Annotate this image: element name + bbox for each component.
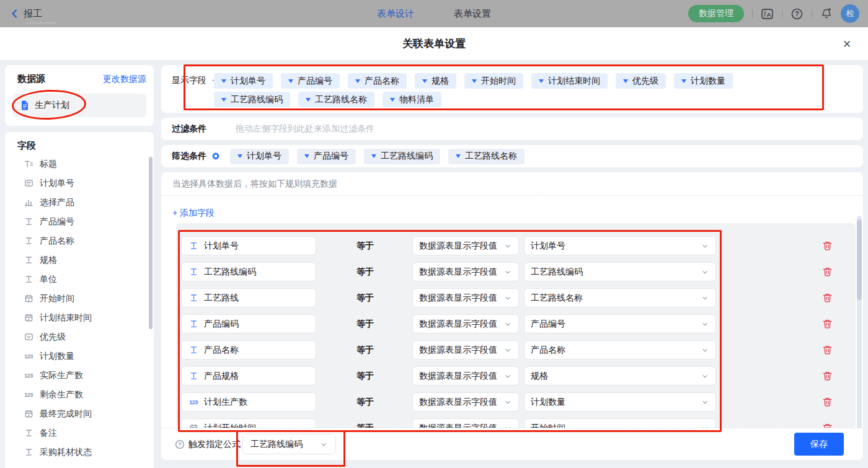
field-list-item[interactable]: 标题: [5, 154, 148, 174]
field-list-item[interactable]: 计划结束时间: [5, 308, 148, 327]
field-tag[interactable]: 计划单号: [230, 149, 289, 164]
tag-label: 物料清单: [399, 94, 434, 105]
field-tag[interactable]: 工艺路线编码: [214, 92, 290, 107]
divider: [161, 195, 863, 196]
field-tag[interactable]: 产品编号: [281, 73, 340, 89]
rule-source-field-dropdown[interactable]: 产品名称: [524, 340, 716, 360]
field-tag[interactable]: 工艺路线编码: [364, 149, 440, 164]
rule-target-field[interactable]: 123计划生产数: [181, 392, 316, 412]
gear-icon[interactable]: [211, 151, 221, 161]
rule-target-field[interactable]: 工艺路线编码: [181, 262, 316, 281]
trash-icon[interactable]: [822, 371, 833, 381]
rule-source-type-dropdown[interactable]: 数据源表显示字段值: [412, 340, 519, 360]
field-tag[interactable]: 优先级: [616, 73, 666, 89]
field-tag[interactable]: 开始时间: [464, 73, 523, 89]
rule-target-field[interactable]: 产品规格: [181, 366, 316, 386]
topbar: 报工 表单设计 表单设置 数据管理 A ? 检: [0, 0, 868, 27]
field-list-item[interactable]: 产品编号: [5, 212, 148, 231]
rule-target-field[interactable]: 产品名称: [181, 340, 316, 360]
field-list-item[interactable]: 单位: [5, 270, 148, 289]
rule-source-field-dropdown[interactable]: 开始时间: [524, 418, 716, 428]
add-rule-field-link[interactable]: + 添加字段: [172, 208, 215, 219]
data-manage-button[interactable]: 数据管理: [688, 5, 744, 22]
field-list-item[interactable]: 123实际生产数: [5, 366, 148, 385]
number-icon: 123: [24, 351, 33, 361]
field-list-item[interactable]: 备注: [5, 423, 148, 443]
translate-icon[interactable]: A: [761, 7, 774, 20]
tab-form-design[interactable]: 表单设计: [377, 8, 414, 20]
trash-icon[interactable]: [822, 345, 833, 355]
field-list-item[interactable]: 优先级: [5, 327, 148, 347]
text-icon: [24, 236, 33, 246]
date-icon: [188, 423, 198, 428]
field-tag[interactable]: 规格: [415, 73, 456, 89]
bell-icon[interactable]: [820, 7, 833, 20]
help-icon[interactable]: ?: [790, 7, 804, 20]
rules-scrollbar-thumb[interactable]: [857, 219, 862, 300]
tab-form-settings[interactable]: 表单设置: [454, 8, 491, 20]
field-label: 规格: [40, 255, 57, 266]
rule-source-field-dropdown[interactable]: 计划单号: [524, 236, 716, 255]
field-tag[interactable]: 计划单号: [214, 73, 273, 89]
datasource-selected-item[interactable]: 生产计划: [12, 94, 146, 117]
rule-target-field[interactable]: 工艺路线: [181, 288, 316, 307]
avatar[interactable]: 检: [841, 4, 859, 23]
rule-source-field-dropdown[interactable]: 产品编号: [524, 314, 716, 333]
field-list-item[interactable]: 选择产品: [5, 193, 148, 212]
field-tag[interactable]: 工艺路线名称: [298, 92, 374, 107]
change-datasource-link[interactable]: 更改数据源: [103, 74, 146, 85]
close-icon[interactable]: ✕: [839, 37, 854, 51]
field-tag[interactable]: 产品编号: [297, 149, 356, 164]
rule-source-type-dropdown[interactable]: 数据源表显示字段值: [412, 418, 519, 428]
rules-scrollbar[interactable]: [857, 216, 862, 434]
rule-target-label: 计划单号: [204, 241, 239, 252]
field-tag[interactable]: 计划数量: [674, 73, 733, 89]
trash-icon[interactable]: [822, 293, 833, 303]
save-button[interactable]: 保存: [794, 433, 844, 456]
trigger-formula-dropdown[interactable]: 工艺路线编码: [242, 434, 336, 454]
field-list-item[interactable]: 采购耗材状态: [5, 443, 148, 462]
field-tag[interactable]: 物料清单: [383, 92, 441, 107]
tag-label: 优先级: [632, 76, 658, 87]
rule-row: 工艺路线编码等于数据源表显示字段值工艺路线编码: [181, 262, 856, 281]
trash-icon[interactable]: [822, 423, 833, 428]
rule-row: 计划单号等于数据源表显示字段值计划单号: [181, 236, 856, 255]
field-list-item[interactable]: 计划单号: [5, 174, 148, 193]
text-icon: [188, 267, 198, 277]
rule-target-field[interactable]: 计划单号: [181, 236, 316, 255]
rule-source-type-dropdown[interactable]: 数据源表显示字段值: [412, 366, 519, 386]
rule-source-field-dropdown[interactable]: 工艺路线名称: [524, 288, 716, 307]
question-circle-icon[interactable]: ?: [175, 439, 185, 449]
rule-source-type-dropdown[interactable]: 数据源表显示字段值: [412, 236, 519, 255]
rule-source-type-dropdown[interactable]: 数据源表显示字段值: [412, 314, 519, 333]
field-list-item[interactable]: 开始时间: [5, 289, 148, 308]
linked-icon: [24, 198, 33, 208]
caret-down-icon: [221, 98, 226, 102]
caret-down-icon: [221, 79, 226, 83]
rule-target-field[interactable]: 计划开始时间: [181, 418, 316, 428]
field-label: 计划结束时间: [40, 312, 92, 324]
field-list-item[interactable]: 产品名称: [5, 231, 148, 250]
trash-icon[interactable]: [822, 241, 833, 251]
rule-source-type-dropdown[interactable]: 数据源表显示字段值: [412, 392, 519, 412]
rule-source-field-dropdown[interactable]: 规格: [524, 366, 716, 386]
rule-source-field-dropdown[interactable]: 计划数量: [524, 392, 716, 412]
rule-source-type-dropdown[interactable]: 数据源表显示字段值: [412, 262, 519, 281]
field-tag[interactable]: 产品名称: [348, 73, 407, 89]
field-list-item[interactable]: 最终完成时间: [5, 404, 148, 423]
field-list-item[interactable]: 123剩余生产数: [5, 385, 148, 404]
fields-scrollbar[interactable]: [149, 157, 153, 329]
rule-source-type-dropdown[interactable]: 数据源表显示字段值: [412, 288, 519, 307]
trash-icon[interactable]: [822, 319, 833, 329]
rule-source-field-dropdown[interactable]: 工艺路线编码: [524, 262, 716, 281]
rule-target-field[interactable]: 产品编码: [181, 314, 316, 333]
field-tag[interactable]: 工艺路线名称: [448, 149, 525, 164]
trash-icon[interactable]: [822, 397, 833, 407]
field-tag[interactable]: 计划结束时间: [531, 73, 608, 89]
trash-icon[interactable]: [822, 267, 833, 277]
caret-down-icon: [390, 98, 395, 102]
field-list-item[interactable]: 规格: [5, 250, 148, 270]
display-fields-label-wrap: 显示字段 +: [172, 75, 218, 86]
field-list-item[interactable]: 123计划数量: [5, 347, 148, 366]
rules-footer: ? 触发指定公式 工艺路线编码 保存: [161, 428, 863, 460]
